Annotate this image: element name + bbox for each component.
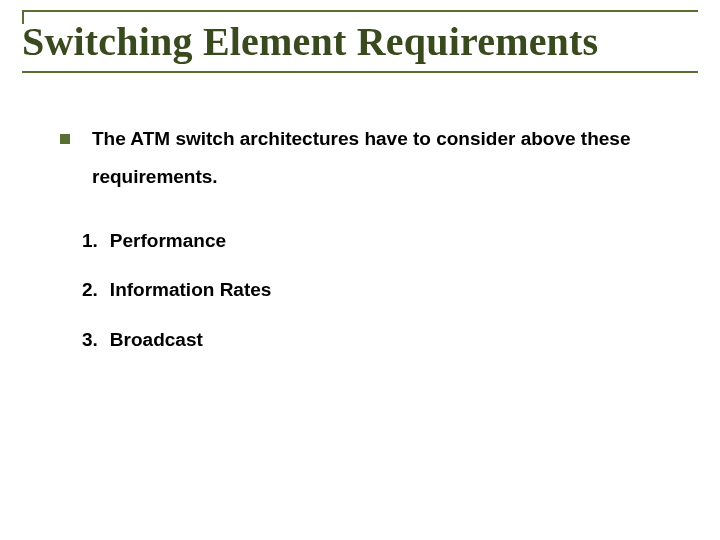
numbered-list: 1. Performance 2. Information Rates 3. B… [82, 216, 680, 364]
title-rule-bottom [22, 71, 698, 73]
title-region: Switching Element Requirements [22, 10, 698, 73]
bullet-item: The ATM switch architectures have to con… [60, 120, 680, 196]
slide-body: The ATM switch architectures have to con… [60, 120, 680, 364]
list-item-label: Broadcast [110, 315, 203, 364]
list-item-label: Performance [110, 216, 226, 265]
list-item: 3. Broadcast [82, 315, 680, 364]
slide-title: Switching Element Requirements [22, 10, 698, 69]
list-item: 1. Performance [82, 216, 680, 265]
list-item-label: Information Rates [110, 265, 272, 314]
title-rule-top [22, 10, 698, 12]
title-rule-tick [22, 10, 24, 24]
bullet-text: The ATM switch architectures have to con… [92, 120, 680, 196]
list-item-number: 3. [82, 315, 98, 364]
slide: Switching Element Requirements The ATM s… [0, 0, 720, 540]
list-item-number: 1. [82, 216, 98, 265]
list-item-number: 2. [82, 265, 98, 314]
list-item: 2. Information Rates [82, 265, 680, 314]
square-bullet-icon [60, 134, 70, 144]
